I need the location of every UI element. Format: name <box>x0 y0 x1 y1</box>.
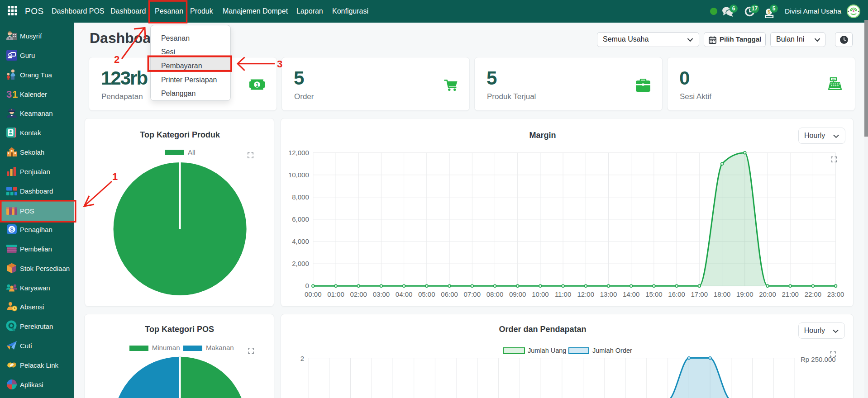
svg-text:23:00: 23:00 <box>827 290 844 298</box>
svg-text:11:00: 11:00 <box>555 290 571 298</box>
svg-text:21:00: 21:00 <box>782 290 799 298</box>
svg-text:06:00: 06:00 <box>441 290 458 298</box>
svg-text:12,000: 12,000 <box>288 149 309 156</box>
svg-text:08:00: 08:00 <box>486 290 504 298</box>
svg-text:03:00: 03:00 <box>373 290 390 298</box>
svg-text:0: 0 <box>305 282 309 289</box>
svg-text:00:00: 00:00 <box>305 290 322 298</box>
svg-text:15:00: 15:00 <box>645 290 663 298</box>
svg-text:10,000: 10,000 <box>288 171 309 179</box>
svg-text:13:00: 13:00 <box>600 290 617 298</box>
svg-text:8,000: 8,000 <box>292 193 309 201</box>
svg-text:22:00: 22:00 <box>805 290 822 298</box>
svg-text:1: 1 <box>12 89 18 100</box>
svg-text:02:00: 02:00 <box>350 290 367 298</box>
svg-text:05:00: 05:00 <box>418 290 435 298</box>
svg-text:16:00: 16:00 <box>668 290 685 298</box>
svg-text:4,000: 4,000 <box>292 237 309 245</box>
svg-text:6,000: 6,000 <box>292 215 309 223</box>
svg-text:12:00: 12:00 <box>577 290 595 298</box>
svg-text:09:00: 09:00 <box>509 290 526 298</box>
svg-text:01:00: 01:00 <box>327 290 344 298</box>
svg-text:1: 1 <box>256 81 259 88</box>
svg-text:17:00: 17:00 <box>691 290 708 298</box>
svg-text:14:00: 14:00 <box>623 290 640 298</box>
svg-text:04:00: 04:00 <box>396 290 413 298</box>
svg-text:19:00: 19:00 <box>736 290 754 298</box>
svg-text:$: $ <box>10 226 14 233</box>
svg-text:2,000: 2,000 <box>292 260 309 267</box>
svg-text:10:00: 10:00 <box>532 290 549 298</box>
svg-text:07:00: 07:00 <box>464 290 481 298</box>
svg-text:2: 2 <box>300 355 304 362</box>
svg-text:20:00: 20:00 <box>759 290 776 298</box>
svg-text:18:00: 18:00 <box>714 290 731 298</box>
svg-text:3: 3 <box>6 89 12 100</box>
